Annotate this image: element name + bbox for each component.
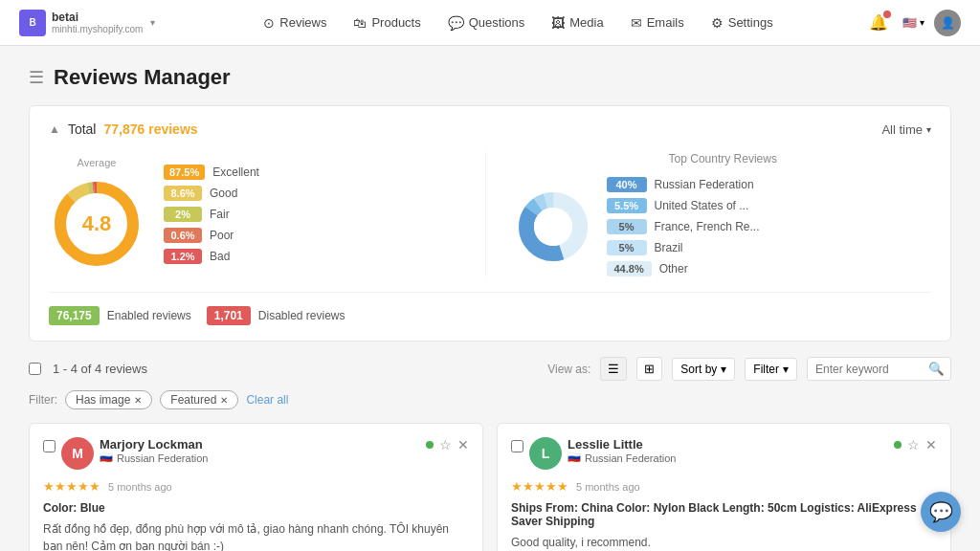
average-donut: 4.8	[49, 176, 145, 272]
nav-reviews[interactable]: ⊙ Reviews	[252, 10, 338, 36]
review-card-2: L Lesslie Little 🇷🇺 Russian Federation ☆…	[497, 423, 951, 551]
card-2-stars: ★★★★★	[511, 479, 568, 494]
poor-label: Poor	[210, 229, 248, 242]
nav-media[interactable]: 🖼 Media	[540, 10, 614, 36]
poor-badge: 0.6%	[164, 228, 202, 243]
card-1-username: Marjory Lockman	[100, 437, 208, 452]
bad-badge: 1.2%	[164, 249, 202, 264]
top-country-title: Top Country Reviews	[515, 152, 932, 165]
card-2-star-icon[interactable]: ☆	[907, 437, 920, 452]
search-input[interactable]	[808, 359, 923, 380]
filter-chevron-icon: ▾	[783, 363, 789, 376]
card-2-title: Ships From: China Color: Nylon Black Len…	[511, 501, 937, 528]
enabled-badge: 76,175 Enabled reviews	[49, 306, 191, 325]
card-2-close-icon[interactable]: ✕	[925, 437, 937, 452]
nav-questions[interactable]: 💬 Questions	[436, 10, 537, 36]
card-2-status-dot	[894, 441, 902, 449]
chat-bubble[interactable]: 💬	[921, 492, 961, 532]
svg-point-12	[534, 208, 572, 246]
card-2-time: 5 months ago	[576, 481, 640, 493]
card-2-username: Lesslie Little	[568, 437, 676, 452]
chevron-down-icon: ▾	[926, 124, 931, 135]
card-1-meta: ★★★★★ 5 months ago	[43, 479, 469, 494]
card-1-checkbox[interactable]	[43, 440, 56, 452]
enabled-count: 76,175	[49, 306, 100, 325]
nav-right: 🔔 🇺🇸 ▾ 👤	[864, 9, 961, 37]
filter-prefix-label: Filter:	[29, 393, 57, 407]
sort-chevron-icon: ▾	[721, 363, 726, 376]
card-1-actions: ☆ ✕	[426, 437, 469, 452]
card-2-user-info: Lesslie Little 🇷🇺 Russian Federation	[568, 437, 676, 464]
brand-text: betai minhti.myshopify.com	[52, 11, 143, 34]
card-2-left: L Lesslie Little 🇷🇺 Russian Federation	[511, 437, 676, 470]
settings-icon: ⚙	[711, 15, 724, 31]
card-2-checkbox[interactable]	[511, 440, 523, 452]
brand-chevron: ▾	[150, 17, 155, 28]
page-header: ☰ Reviews Manager	[29, 65, 951, 90]
nav-settings[interactable]: ⚙ Settings	[700, 10, 785, 36]
card-1-star-icon[interactable]: ☆	[439, 437, 452, 452]
main-content: ☰ Reviews Manager ▲ Total 77,876 reviews…	[0, 46, 980, 551]
fair-label: Fair	[210, 208, 248, 221]
card-2-actions: ☆ ✕	[894, 437, 937, 452]
reviews-icon: ⊙	[263, 15, 275, 31]
enabled-label: Enabled reviews	[107, 309, 191, 322]
brand-name: betai	[52, 11, 143, 24]
nav-items: ⊙ Reviews 🛍 Products 💬 Questions 🖼 Media…	[172, 10, 864, 36]
time-filter[interactable]: All time ▾	[881, 122, 931, 137]
review-card-1: M Marjory Lockman 🇷🇺 Russian Federation …	[29, 423, 483, 551]
stats-footer: 76,175 Enabled reviews 1,701 Disabled re…	[49, 292, 931, 325]
stats-toggle[interactable]: ▲ Total 77,876 reviews	[49, 121, 198, 137]
featured-filter[interactable]: Featured ✕	[160, 390, 238, 409]
tag-close-icon: ✕	[220, 395, 228, 406]
grid-view-button[interactable]: ⊞	[636, 357, 662, 381]
excellent-badge: 87.5%	[164, 165, 205, 180]
rating-fair: 2% Fair	[164, 207, 259, 222]
card-1-header: M Marjory Lockman 🇷🇺 Russian Federation …	[43, 437, 469, 470]
has-image-filter[interactable]: Has image ✕	[65, 390, 152, 409]
card-1-country: 🇷🇺 Russian Federation	[100, 452, 208, 464]
card-1-title: Color: Blue	[43, 501, 469, 515]
user-avatar[interactable]: 👤	[934, 10, 961, 36]
card-2-avatar: L	[529, 437, 562, 470]
country-body: 40% Russian Federation 5.5% United State…	[515, 177, 932, 276]
country-list: 40% Russian Federation 5.5% United State…	[607, 177, 760, 276]
disabled-label: Disabled reviews	[258, 309, 345, 322]
rating-good: 8.6% Good	[164, 186, 259, 201]
stats-right: Top Country Reviews	[485, 152, 932, 276]
card-1-flag: 🇷🇺	[100, 452, 113, 464]
disabled-count: 1,701	[207, 306, 251, 325]
stats-left: Average	[49, 152, 466, 276]
notification-badge	[883, 11, 891, 18]
filter-button[interactable]: Filter ▾	[745, 358, 797, 381]
results-text: 1 - 4 of 4 reviews	[29, 362, 147, 376]
tag-filters: Filter: Has image ✕ Featured ✕ Clear all	[29, 390, 951, 409]
stats-card: ▲ Total 77,876 reviews All time ▾ Averag…	[29, 105, 951, 342]
chat-icon: 💬	[929, 500, 953, 523]
bad-label: Bad	[210, 250, 248, 263]
brand[interactable]: B betai minhti.myshopify.com ▾	[19, 10, 172, 36]
card-2-text: Good quality, i recommend.	[511, 534, 937, 551]
search-box: 🔍	[807, 357, 951, 381]
average-value: 4.8	[82, 211, 112, 236]
card-1-close-icon[interactable]: ✕	[457, 437, 469, 452]
nav-emails[interactable]: ✉ Emails	[619, 10, 696, 36]
page-title: Reviews Manager	[54, 65, 231, 90]
search-button[interactable]: 🔍	[923, 358, 950, 380]
stats-header: ▲ Total 77,876 reviews All time ▾	[49, 121, 931, 137]
rating-bad: 1.2% Bad	[164, 249, 259, 264]
emails-icon: ✉	[631, 15, 642, 31]
sort-button[interactable]: Sort by ▾	[672, 358, 735, 381]
rating-poor: 0.6% Poor	[164, 228, 259, 243]
select-all-checkbox[interactable]	[29, 363, 41, 375]
media-icon: 🖼	[551, 15, 565, 31]
notifications-button[interactable]: 🔔	[864, 9, 893, 37]
list-view-button[interactable]: ☰	[600, 357, 627, 381]
card-1-avatar: M	[61, 437, 94, 470]
language-selector[interactable]: 🇺🇸 ▾	[902, 16, 924, 30]
nav-products[interactable]: 🛍 Products	[342, 10, 432, 36]
clear-all-link[interactable]: Clear all	[246, 393, 288, 407]
card-2-header: L Lesslie Little 🇷🇺 Russian Federation ☆…	[511, 437, 937, 470]
fair-badge: 2%	[164, 207, 202, 222]
card-1-user-info: Marjory Lockman 🇷🇺 Russian Federation	[100, 437, 208, 464]
